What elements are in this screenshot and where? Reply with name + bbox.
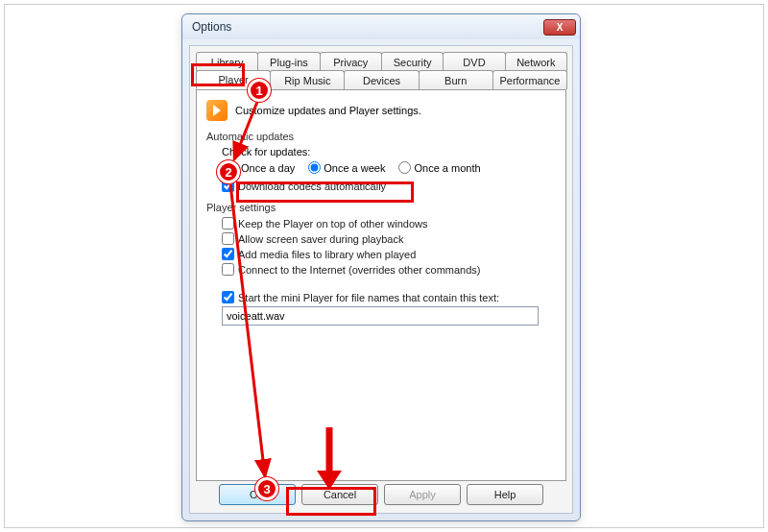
player-icon [206, 100, 228, 121]
tab-privacy[interactable]: Privacy [320, 52, 382, 71]
checkbox-keep-on-top[interactable]: Keep the Player on top of other windows [222, 217, 556, 230]
checkbox-download-codecs[interactable]: Download codecs automatically [222, 180, 556, 192]
tab-burn[interactable]: Burn [419, 70, 493, 89]
titlebar[interactable]: Options X [182, 14, 580, 39]
close-button[interactable]: X [543, 19, 576, 36]
marker-2: 2 [217, 160, 240, 183]
cancel-button[interactable]: Cancel [301, 484, 378, 505]
client-area: Library Plug-ins Privacy Security DVD Ne… [189, 45, 573, 514]
tab-content: Customize updates and Player settings. A… [196, 89, 566, 481]
close-icon: X [557, 22, 564, 33]
tab-performance[interactable]: Performance [492, 70, 567, 89]
checkbox-screen-saver[interactable]: Allow screen saver during playback [222, 232, 556, 245]
tab-plugins[interactable]: Plug-ins [257, 52, 320, 71]
checkbox-add-media[interactable]: Add media files to library when played [222, 248, 556, 260]
help-button[interactable]: Help [467, 484, 543, 505]
tab-devices[interactable]: Devices [344, 70, 419, 89]
radio-once-month[interactable]: Once a month [398, 161, 480, 174]
fieldset-player-settings: Player settings Keep the Player on top o… [206, 202, 556, 326]
marker-3: 3 [255, 477, 278, 500]
player-settings-title: Player settings [206, 202, 556, 213]
check-updates-label: Check for updates: [222, 146, 556, 157]
dialog-button-row: OK Cancel Apply Help [190, 484, 572, 505]
update-frequency-group: Once a day Once a week Once a month [226, 161, 556, 174]
fieldset-auto-updates: Automatic updates Check for updates: Onc… [206, 131, 556, 192]
mini-player-text-input[interactable] [222, 306, 539, 326]
radio-once-week[interactable]: Once a week [308, 161, 385, 174]
checkbox-mini-player[interactable]: Start the mini Player for file names tha… [222, 291, 556, 303]
apply-button[interactable]: Apply [384, 484, 461, 505]
tab-security[interactable]: Security [381, 52, 444, 71]
auto-updates-title: Automatic updates [206, 131, 556, 142]
header-text: Customize updates and Player settings. [235, 105, 421, 116]
tab-library[interactable]: Library [196, 52, 258, 71]
tab-strip: Library Plug-ins Privacy Security DVD Ne… [190, 46, 572, 89]
marker-1: 1 [248, 79, 271, 102]
tab-rip-music[interactable]: Rip Music [270, 70, 345, 89]
window-title: Options [192, 20, 231, 34]
tab-dvd[interactable]: DVD [443, 52, 505, 71]
options-dialog: Options X Library Plug-ins Privacy Secur… [181, 13, 581, 521]
tab-network[interactable]: Network [505, 52, 567, 71]
checkbox-internet[interactable]: Connect to the Internet (overrides other… [222, 263, 556, 276]
